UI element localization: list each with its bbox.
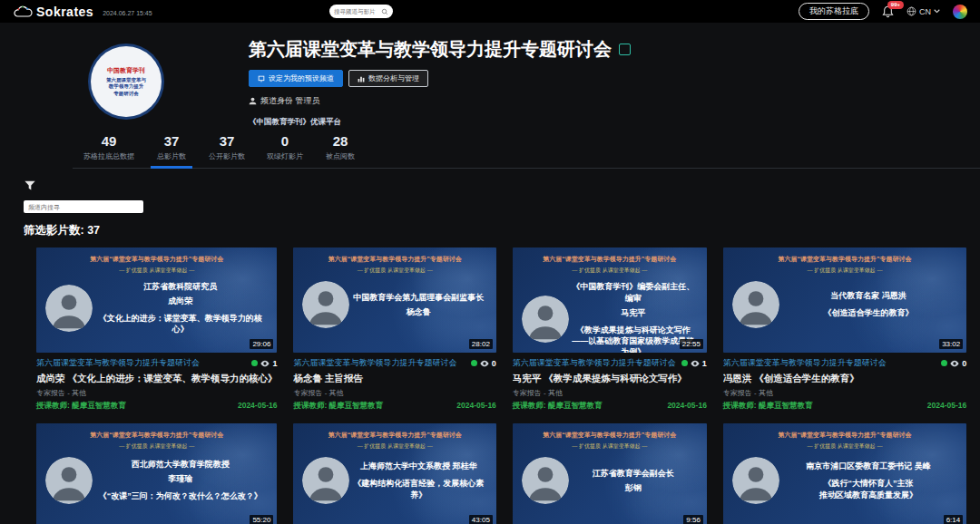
talk-title: 《教学成果提炼与科研论文写作——以基础教育国家级教学成果奖为例》: [571, 325, 696, 353]
video-thumbnail[interactable]: 第六届“课堂变革与教学领导力提升”专题研讨会 — 扩优提质 从课堂变革做起 — …: [293, 423, 495, 524]
stat-value: 28: [325, 133, 356, 149]
video-card[interactable]: 第六届“课堂变革与教学领导力提升”专题研讨会 — 扩优提质 从课堂变革做起 — …: [293, 423, 495, 524]
video-thumbnail[interactable]: 第六届“课堂变革与教学领导力提升”专题研讨会 — 扩优提质 从课堂变革做起 — …: [36, 423, 277, 524]
channel-header: 中国教育学刊 第六届课堂变革与 教学领导力提升 专题研讨会 第六届课堂变革与教学…: [0, 23, 980, 128]
thumb-seminar-title: 第六届“课堂变革与教学领导力提升”专题研讨会: [723, 431, 966, 440]
video-title[interactable]: 马宪平 《教学成果提炼与科研论文写作》: [513, 373, 707, 385]
timestamp: 2024.06.27 15:45: [103, 10, 152, 16]
upload-date: 2024-05-16: [238, 401, 277, 412]
duration-badge: 43:05: [469, 515, 493, 524]
filter-funnel-icon[interactable]: [24, 180, 980, 192]
video-title[interactable]: 成尚荣 《文化上的进步：课堂变革、教学领导力的核心》: [36, 373, 277, 385]
set-preset-channel-button[interactable]: 设定为我的预设频道: [249, 70, 343, 87]
stat-label: 被点阅数: [325, 151, 356, 161]
video-thumbnail[interactable]: 第六届“课堂变革与教学领导力提升”专题研讨会 — 扩优提质 从课堂变革做起 — …: [723, 247, 966, 353]
video-thumbnail[interactable]: 第六届“课堂变革与教学领导力提升”专题研讨会 — 扩优提质 从课堂变革做起 — …: [513, 247, 707, 353]
global-search-input[interactable]: [334, 8, 381, 15]
video-card[interactable]: 第六届“课堂变革与教学领导力提升”专题研讨会 — 扩优提质 从课堂变革做起 — …: [723, 423, 966, 524]
stat-public-videos[interactable]: 37 公开影片数: [198, 131, 256, 168]
speaker-name: 杨念鲁: [351, 306, 485, 318]
video-title[interactable]: 杨念鲁 主旨报告: [293, 373, 495, 385]
speaker-photo: [522, 296, 569, 343]
user-avatar[interactable]: [953, 5, 967, 19]
analytics-button[interactable]: 数据分析与管理: [348, 70, 428, 87]
analytics-label: 数据分析与管理: [368, 73, 419, 83]
speaker-affiliation: 南京市浦口区委教育工委书记 吴峰: [781, 461, 956, 472]
speaker-photo: [302, 281, 349, 328]
thumb-seminar-title: 第六届“课堂变革与教学领导力提升”专题研讨会: [36, 255, 277, 264]
notifications-button[interactable]: 99+: [882, 5, 894, 18]
pin-icon: [258, 75, 265, 82]
upload-date: 2024-05-16: [927, 401, 966, 412]
language-label: CN: [919, 7, 931, 16]
speaker-name: 马宪平: [571, 307, 696, 319]
video-thumbnail[interactable]: 第六届“课堂变革与教学领导力提升”专题研讨会 — 扩优提质 从课堂变革做起 — …: [513, 423, 707, 524]
qr-code-icon[interactable]: [619, 44, 631, 55]
stat-view-count[interactable]: 28 被点阅数: [314, 131, 367, 168]
cloud-logo-icon: [13, 5, 33, 18]
speaker-affiliation: 江苏省教育学会副会长: [571, 468, 696, 480]
channel-filter-input[interactable]: [24, 200, 143, 213]
stat-total-videos[interactable]: 37 总影片数: [145, 131, 198, 168]
video-card[interactable]: 第六届“课堂变革与教学领导力提升”专题研讨会 — 扩优提质 从课堂变革做起 — …: [513, 247, 707, 412]
instructor-label: 授课教师: 醍摩豆智慧教育: [293, 401, 383, 412]
thumb-seminar-title: 第六届“课堂变革与教学领导力提升”专题研讨会: [513, 255, 707, 264]
stat-value: 37: [209, 133, 245, 149]
person-icon: [249, 97, 257, 105]
thumb-seminar-subtitle: — 扩优提质 从课堂变革做起 —: [723, 267, 966, 275]
chevron-down-icon: [934, 9, 940, 14]
video-thumbnail[interactable]: 第六届“课堂变革与教学领导力提升”专题研讨会 — 扩优提质 从课堂变革做起 — …: [293, 247, 495, 353]
stat-sokrates-total[interactable]: 49 苏格拉底总数据: [73, 131, 145, 168]
thumb-seminar-subtitle: — 扩优提质 从课堂变革做起 —: [36, 442, 277, 451]
green-light-icon: [471, 360, 477, 366]
seminar-channel-link[interactable]: 第六届课堂变革与教学领导力提升专题研讨会: [723, 357, 887, 369]
thumb-seminar-subtitle: — 扩优提质 从课堂变革做起 —: [293, 267, 495, 275]
video-card[interactable]: 第六届“课堂变革与教学领导力提升”专题研讨会 — 扩优提质 从课堂变革做起 — …: [723, 247, 966, 412]
duration-badge: 6:14: [944, 515, 964, 524]
language-selector[interactable]: CN: [906, 6, 940, 16]
video-card[interactable]: 第六届“课堂变革与教学领导力提升”专题研讨会 — 扩优提质 从课堂变革做起 — …: [513, 423, 707, 524]
channel-logo-line1: 中国教育学刊: [107, 66, 145, 75]
video-card[interactable]: 第六届“课堂变革与教学领导力提升”专题研讨会 — 扩优提质 从课堂变革做起 — …: [36, 423, 277, 524]
duration-badge: 22:55: [680, 339, 703, 349]
speaker-photo: [302, 457, 349, 504]
speaker-photo: [732, 281, 779, 328]
video-title[interactable]: 冯恩洪 《创造适合学生的教育》: [723, 373, 966, 385]
app-logo[interactable]: Sokrates 2024.06.27 15:45: [13, 5, 152, 19]
speaker-affiliation: 《中国教育学刊》编委会副主任、编审: [571, 281, 696, 305]
speaker-photo: [45, 457, 93, 504]
thumb-seminar-subtitle: — 扩优提质 从课堂变革做起 —: [723, 442, 966, 451]
talk-title: 《建构结构化语言经验，发展核心素养》: [351, 478, 485, 500]
logo-text: Sokrates: [36, 5, 93, 19]
view-count: 0: [962, 359, 966, 368]
my-sokrates-button[interactable]: 我的苏格拉底: [799, 3, 869, 20]
seminar-channel-link[interactable]: 第六届课堂变革与教学领导力提升专题研讨会: [36, 357, 200, 369]
duration-badge: 28:02: [469, 339, 493, 349]
thumb-seminar-subtitle: — 扩优提质 从课堂变革做起 —: [36, 267, 277, 275]
duration-badge: 33:02: [939, 339, 963, 349]
stat-label: 双绿灯影片: [267, 151, 303, 161]
view-count: 1: [702, 359, 707, 368]
stats-tabs: 49 苏格拉底总数据 37 总影片数 37 公开影片数 0 双绿灯影片 28 被…: [73, 131, 980, 169]
global-search[interactable]: [329, 5, 393, 18]
video-category: 专家报告 - 其他: [36, 388, 277, 398]
video-card[interactable]: 第六届“课堂变革与教学领导力提升”专题研讨会 — 扩优提质 从课堂变革做起 — …: [293, 247, 495, 412]
duration-badge: 9:56: [683, 515, 703, 524]
talk-title: 《文化上的进步：课堂变革、教学领导力的核心》: [94, 313, 266, 335]
seminar-channel-link[interactable]: 第六届课堂变革与教学领导力提升专题研讨会: [513, 357, 676, 369]
thumb-seminar-title: 第六届“课堂变革与教学领导力提升”专题研讨会: [513, 431, 707, 440]
duration-badge: 55:20: [250, 515, 273, 524]
video-category: 专家报告 - 其他: [513, 388, 707, 398]
video-thumbnail[interactable]: 第六届“课堂变革与教学领导力提升”专题研讨会 — 扩优提质 从课堂变革做起 — …: [723, 423, 966, 524]
duration-badge: 29:06: [250, 339, 273, 349]
video-thumbnail[interactable]: 第六届“课堂变革与教学领导力提升”专题研讨会 — 扩优提质 从课堂变革做起 — …: [36, 247, 277, 353]
filtered-count: 筛选影片数: 37: [24, 223, 980, 238]
speaker-affiliation: 当代教育名家 冯恩洪: [781, 290, 956, 302]
speaker-photo: [522, 457, 569, 504]
seminar-channel-link[interactable]: 第六届课堂变革与教学领导力提升专题研讨会: [293, 357, 456, 369]
view-count: 1: [272, 359, 277, 368]
stat-double-green[interactable]: 0 双绿灯影片: [256, 131, 314, 168]
stat-label: 公开影片数: [209, 151, 245, 161]
instructor-label: 授课教师: 醍摩豆智慧教育: [723, 401, 813, 412]
video-card[interactable]: 第六届“课堂变革与教学领导力提升”专题研讨会 — 扩优提质 从课堂变革做起 — …: [36, 247, 277, 412]
